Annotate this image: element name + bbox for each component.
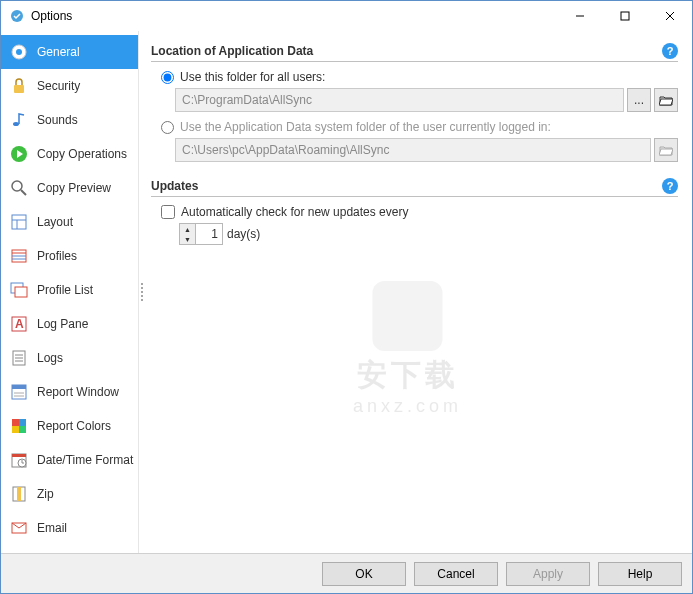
music-note-icon xyxy=(7,108,31,132)
email-icon xyxy=(7,516,31,540)
sidebar-item-copy-preview[interactable]: Copy Preview xyxy=(1,171,138,205)
browse-button[interactable]: ... xyxy=(627,88,651,112)
radio-all-users[interactable]: Use this folder for all users: xyxy=(161,70,678,84)
sidebar-item-label: General xyxy=(37,45,80,59)
interval-unit: day(s) xyxy=(227,227,260,241)
profile-list-icon xyxy=(7,278,31,302)
watermark-icon xyxy=(373,281,443,351)
spinner-value[interactable]: 1 xyxy=(196,224,222,244)
interval-row: ▲ ▼ 1 day(s) xyxy=(179,223,678,245)
svg-rect-7 xyxy=(14,85,24,93)
sidebar-item-layout[interactable]: Layout xyxy=(1,205,138,239)
path-row-current-user xyxy=(175,138,678,162)
sidebar-item-label: Copy Operations xyxy=(37,147,127,161)
svg-rect-2 xyxy=(621,12,629,20)
play-icon xyxy=(7,142,31,166)
cancel-button[interactable]: Cancel xyxy=(414,562,498,586)
watermark-line2: anxz.com xyxy=(353,396,462,417)
sidebar-item-label: Email xyxy=(37,521,67,535)
close-button[interactable] xyxy=(647,1,692,31)
apply-button: Apply xyxy=(506,562,590,586)
svg-rect-33 xyxy=(12,426,19,433)
svg-line-11 xyxy=(21,190,26,195)
radio-label: Use the Application Data system folder o… xyxy=(180,120,551,134)
sidebar-item-logs[interactable]: Logs xyxy=(1,341,138,375)
spinner-down-icon[interactable]: ▼ xyxy=(180,234,195,244)
radio-input[interactable] xyxy=(161,121,174,134)
svg-rect-32 xyxy=(19,419,26,426)
checkbox-auto-update[interactable]: Automatically check for new updates ever… xyxy=(161,205,678,219)
sidebar-item-label: Profile List xyxy=(37,283,93,297)
ok-button[interactable]: OK xyxy=(322,562,406,586)
sidebar-item-label: Copy Preview xyxy=(37,181,111,195)
sidebar-item-general[interactable]: General xyxy=(1,35,138,69)
logs-icon xyxy=(7,346,31,370)
open-folder-button-disabled xyxy=(654,138,678,162)
minimize-button[interactable] xyxy=(557,1,602,31)
sidebar-item-sounds[interactable]: Sounds xyxy=(1,103,138,137)
path-row-all-users: ... xyxy=(175,88,678,112)
sidebar-item-security[interactable]: Security xyxy=(1,69,138,103)
radio-current-user[interactable]: Use the Application Data system folder o… xyxy=(161,120,678,134)
checkbox-input[interactable] xyxy=(161,205,175,219)
sidebar-item-label: Report Window xyxy=(37,385,119,399)
sidebar-item-label: Layout xyxy=(37,215,73,229)
footer: OK Cancel Apply Help xyxy=(1,553,692,593)
open-folder-button[interactable] xyxy=(654,88,678,112)
watermark: 安下载 anxz.com xyxy=(353,281,462,417)
sidebar: General Security Sounds Copy Operations … xyxy=(1,31,139,553)
sidebar-item-label: Log Pane xyxy=(37,317,88,331)
section-title: Location of Application Data xyxy=(151,44,662,58)
colors-icon xyxy=(7,414,31,438)
section-header: Location of Application Data ? xyxy=(151,43,678,62)
checkbox-label: Automatically check for new updates ever… xyxy=(181,205,408,219)
sidebar-item-profiles[interactable]: Profiles xyxy=(1,239,138,273)
maximize-button[interactable] xyxy=(602,1,647,31)
log-pane-icon: A xyxy=(7,312,31,336)
sidebar-item-label: Security xyxy=(37,79,80,93)
interval-spinner[interactable]: ▲ ▼ 1 xyxy=(179,223,223,245)
help-button[interactable]: Help xyxy=(598,562,682,586)
svg-rect-28 xyxy=(12,385,26,389)
section-header: Updates ? xyxy=(151,178,678,197)
svg-rect-36 xyxy=(12,454,26,457)
svg-rect-20 xyxy=(15,287,27,297)
spinner-up-icon[interactable]: ▲ xyxy=(180,224,195,234)
app-icon xyxy=(9,8,25,24)
svg-rect-12 xyxy=(12,215,26,229)
magnifier-icon xyxy=(7,176,31,200)
sidebar-item-label: Logs xyxy=(37,351,63,365)
layout-icon xyxy=(7,210,31,234)
body: General Security Sounds Copy Operations … xyxy=(1,31,692,553)
svg-text:A: A xyxy=(15,317,24,331)
radio-input[interactable] xyxy=(161,71,174,84)
sidebar-item-zip[interactable]: Zip xyxy=(1,477,138,511)
sidebar-item-label: Profiles xyxy=(37,249,77,263)
sidebar-item-label: Report Colors xyxy=(37,419,111,433)
sidebar-item-copy-operations[interactable]: Copy Operations xyxy=(1,137,138,171)
svg-point-8 xyxy=(13,122,19,126)
gear-icon xyxy=(7,40,31,64)
window-title: Options xyxy=(31,9,557,23)
section-title: Updates xyxy=(151,179,662,193)
help-icon[interactable]: ? xyxy=(662,43,678,59)
sidebar-item-label: Sounds xyxy=(37,113,78,127)
sidebar-item-report-colors[interactable]: Report Colors xyxy=(1,409,138,443)
section-location: Location of Application Data ? Use this … xyxy=(151,43,678,162)
sidebar-item-log-pane[interactable]: A Log Pane xyxy=(1,307,138,341)
path-input-all-users[interactable] xyxy=(175,88,624,112)
svg-rect-31 xyxy=(12,419,19,426)
sidebar-item-email[interactable]: Email xyxy=(1,511,138,545)
sidebar-item-profile-list[interactable]: Profile List xyxy=(1,273,138,307)
sidebar-item-report-window[interactable]: Report Window xyxy=(1,375,138,409)
sidebar-item-date-time-format[interactable]: Date/Time Format xyxy=(1,443,138,477)
svg-rect-34 xyxy=(19,426,26,433)
radio-label: Use this folder for all users: xyxy=(180,70,325,84)
content-panel: Location of Application Data ? Use this … xyxy=(145,31,692,553)
profiles-icon xyxy=(7,244,31,268)
report-window-icon xyxy=(7,380,31,404)
help-icon[interactable]: ? xyxy=(662,178,678,194)
svg-point-10 xyxy=(12,181,22,191)
sidebar-item-label: Date/Time Format xyxy=(37,453,133,467)
svg-rect-41 xyxy=(17,487,21,501)
